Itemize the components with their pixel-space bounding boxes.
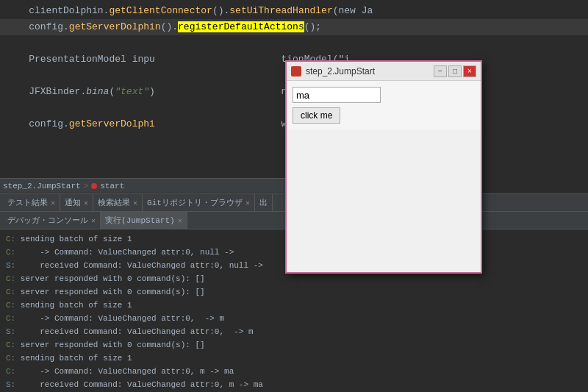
code-line-6: clientDolphin.getClientConnector().setUi… — [0, 3, 588, 19]
jumpstart-dialog: step_2.JumpStart − □ × click me — [285, 60, 482, 274]
console-line-11: C: -> Command: ValueChanged attr:0, m ->… — [6, 365, 582, 378]
tab-test-results[interactable]: テスト結果 ✕ — [3, 194, 60, 212]
dialog-window-controls: − □ × — [434, 65, 476, 77]
dialog-text-input[interactable] — [293, 87, 381, 103]
tab-close-run[interactable]: ✕ — [178, 216, 182, 225]
breadcrumb: step_2.JumpStart > start — [0, 178, 294, 193]
dialog-minimize-button[interactable]: − — [434, 65, 447, 77]
dialog-close-button[interactable]: × — [463, 65, 476, 77]
code-line-8 — [0, 35, 588, 51]
dialog-maximize-button[interactable]: □ — [448, 65, 462, 77]
dialog-title: step_2.JumpStart — [306, 66, 434, 76]
tab-close-notifications[interactable]: ✕ — [84, 199, 88, 207]
console-line-7: C: -> Command: ValueChanged attr:0, -> m — [6, 312, 582, 325]
tab-close-git[interactable]: ✕ — [245, 199, 250, 207]
console-line-5: C: server responded with 0 command(s): [… — [6, 285, 582, 299]
dialog-titlebar: step_2.JumpStart − □ × — [287, 62, 481, 81]
console-line-6: C: sending batch of size 1 — [6, 299, 582, 312]
console-line-12: S: received Command: ValueChanged attr:0… — [6, 378, 582, 391]
tab-run-jumpstart[interactable]: 実行(JumpStart) ✕ — [101, 212, 187, 229]
console-line-9: C: server responded with 0 command(s): [… — [6, 338, 582, 352]
tab-debugger-console[interactable]: デバッガ・コンソール ✕ — [3, 212, 101, 229]
tab-close-search[interactable]: ✕ — [133, 199, 137, 207]
click-me-button[interactable]: click me — [293, 107, 340, 124]
console-line-10: C: sending batch of size 1 — [6, 352, 582, 365]
breadcrumb-file[interactable]: step_2.JumpStart — [3, 178, 81, 194]
method-dot-icon — [91, 183, 97, 189]
tab-close-debugger[interactable]: ✕ — [91, 216, 96, 225]
tab-git-browser[interactable]: Gitリポジトリ・ブラウザ ✕ — [143, 194, 255, 212]
console-line-4: C: server responded with 0 command(s): [… — [6, 272, 582, 285]
tab-output[interactable]: 出 — [255, 194, 273, 212]
breadcrumb-method[interactable]: start — [100, 178, 124, 194]
tab-notifications[interactable]: 通知 ✕ — [60, 194, 93, 212]
code-line-7: config.getServerDolphin().registerDefaul… — [0, 19, 588, 35]
dialog-app-icon — [291, 66, 301, 76]
tab-search-results[interactable]: 検索結果 ✕ — [93, 194, 143, 212]
tab-close-test[interactable]: ✕ — [51, 199, 55, 207]
console-line-8: S: received Command: ValueChanged attr:0… — [6, 325, 582, 338]
dialog-body: click me — [287, 81, 481, 129]
